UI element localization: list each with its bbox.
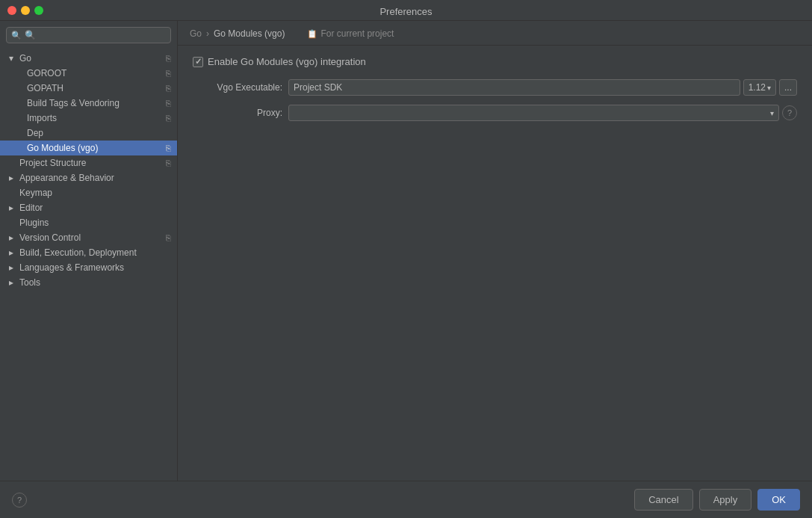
- minimize-button[interactable]: [21, 6, 30, 15]
- version-value: 1.12: [749, 82, 766, 93]
- vgo-executable-row: Vgo Executable: Project SDK 1.12 ...: [193, 79, 797, 96]
- search-input[interactable]: [25, 30, 166, 40]
- vgo-dots-button[interactable]: ...: [779, 79, 797, 96]
- content-header: Go › Go Modules (vgo) 📋 For current proj…: [178, 21, 812, 46]
- proxy-label: Proxy:: [193, 108, 282, 118]
- proxy-help-button[interactable]: ?: [782, 105, 797, 120]
- breadcrumb-current: Go Modules (vgo): [214, 28, 285, 39]
- breadcrumb-separator: ›: [206, 28, 209, 39]
- for-current-project: 📋 For current project: [307, 28, 394, 39]
- chevron-right-icon: [9, 173, 19, 183]
- title-bar: Preferences: [0, 0, 812, 21]
- sidebar-item-go[interactable]: Go ⎘: [0, 51, 177, 66]
- help-label: ?: [787, 108, 792, 117]
- chevron-down-icon: [770, 108, 774, 118]
- sidebar-item-tools-label: Tools: [19, 277, 40, 288]
- chevron-right-icon: [9, 262, 19, 273]
- content-body: Enable Go Modules (vgo) integration Vgo …: [178, 46, 812, 481]
- sidebar-item-build-tags[interactable]: Build Tags & Vendoring ⎘: [0, 96, 177, 111]
- copy-icon: ⎘: [166, 84, 171, 93]
- sidebar-item-languages-frameworks-label: Languages & Frameworks: [19, 262, 124, 273]
- proxy-field: ?: [288, 105, 797, 121]
- search-box[interactable]: 🔍: [6, 27, 171, 43]
- sidebar-item-gopath[interactable]: GOPATH ⎘: [0, 81, 177, 96]
- cancel-button[interactable]: Cancel: [634, 489, 692, 511]
- copy-icon: ⎘: [166, 99, 171, 108]
- search-icon: 🔍: [11, 31, 22, 40]
- chevron-right-icon: [9, 247, 19, 258]
- ok-button[interactable]: OK: [757, 489, 800, 511]
- sidebar-item-build-execution-label: Build, Execution, Deployment: [19, 247, 137, 258]
- apply-button[interactable]: Apply: [699, 489, 752, 511]
- vgo-executable-select[interactable]: Project SDK: [288, 79, 740, 96]
- sidebar-item-keymap[interactable]: Keymap: [0, 185, 177, 200]
- vgo-executable-value: Project SDK: [294, 82, 342, 93]
- sidebar-item-appearance-behavior[interactable]: Appearance & Behavior: [0, 170, 177, 185]
- chevron-down-icon: [9, 53, 19, 64]
- sidebar-item-version-control[interactable]: Version Control ⎘: [0, 230, 177, 245]
- sidebar-item-plugins[interactable]: Plugins: [0, 215, 177, 230]
- copy-icon: ⎘: [166, 233, 171, 242]
- sidebar-item-tools[interactable]: Tools: [0, 275, 177, 290]
- copy-icon: ⎘: [166, 144, 171, 152]
- chevron-right-icon: [9, 277, 19, 288]
- sidebar-item-imports-label: Imports: [27, 113, 57, 123]
- sidebar-item-plugins-label: Plugins: [19, 218, 49, 228]
- go-children: GOROOT ⎘ GOPATH ⎘ Build Tags & Vendoring…: [0, 66, 177, 155]
- sidebar-tree: Go ⎘ GOROOT ⎘ GOPATH ⎘ Build Tags & Vend…: [0, 49, 177, 481]
- maximize-button[interactable]: [34, 6, 43, 15]
- proxy-row: Proxy: ?: [193, 105, 797, 121]
- vgo-executable-field: Project SDK 1.12 ...: [288, 79, 797, 96]
- sidebar-item-project-structure-label: Project Structure: [19, 158, 86, 168]
- breadcrumb-parent: Go: [190, 28, 202, 39]
- copy-icon: ⎘: [166, 69, 171, 78]
- footer: ? Cancel Apply OK: [0, 481, 812, 518]
- sidebar: 🔍 Go ⎘ GOROOT ⎘ GOPATH ⎘ Build Ta: [0, 21, 178, 481]
- chevron-right-icon: [9, 232, 19, 243]
- enable-row: Enable Go Modules (vgo) integration: [193, 56, 797, 67]
- copy-icon: ⎘: [166, 114, 171, 123]
- dots-label: ...: [784, 82, 792, 93]
- sidebar-item-go-modules-label: Go Modules (vgo): [27, 143, 98, 153]
- sidebar-item-gopath-label: GOPATH: [27, 83, 63, 93]
- version-badge[interactable]: 1.12: [743, 79, 776, 96]
- main-layout: 🔍 Go ⎘ GOROOT ⎘ GOPATH ⎘ Build Ta: [0, 21, 812, 481]
- enable-checkbox[interactable]: [193, 57, 203, 67]
- sidebar-item-goroot-label: GOROOT: [27, 68, 66, 78]
- sidebar-item-imports[interactable]: Imports ⎘: [0, 111, 177, 126]
- sidebar-item-project-structure[interactable]: Project Structure ⎘: [0, 155, 177, 170]
- vgo-executable-label: Vgo Executable:: [193, 82, 282, 93]
- footer-left: ?: [12, 493, 27, 508]
- sidebar-item-keymap-label: Keymap: [19, 188, 52, 198]
- for-current-project-label: For current project: [320, 28, 394, 39]
- sidebar-item-build-execution[interactable]: Build, Execution, Deployment: [0, 245, 177, 260]
- copy-icon: ⎘: [166, 158, 171, 167]
- sidebar-item-go-label: Go: [19, 53, 31, 64]
- sidebar-item-version-control-label: Version Control: [19, 232, 81, 243]
- enable-label: Enable Go Modules (vgo) integration: [208, 56, 366, 67]
- sidebar-item-goroot[interactable]: GOROOT ⎘: [0, 66, 177, 81]
- copy-icon: ⎘: [166, 54, 171, 63]
- copy-icon: 📋: [307, 29, 317, 39]
- sidebar-item-editor-label: Editor: [19, 203, 43, 213]
- sidebar-item-dep[interactable]: Dep: [0, 126, 177, 141]
- chevron-down-icon: [767, 82, 771, 93]
- footer-help-button[interactable]: ?: [12, 493, 27, 508]
- chevron-right-icon: [9, 203, 19, 213]
- content-area: Go › Go Modules (vgo) 📋 For current proj…: [178, 21, 812, 481]
- footer-buttons: Cancel Apply OK: [634, 489, 800, 511]
- proxy-select[interactable]: [288, 105, 779, 121]
- sidebar-item-go-modules[interactable]: Go Modules (vgo) ⎘: [0, 141, 177, 155]
- window-title: Preferences: [379, 6, 432, 17]
- sidebar-item-build-tags-label: Build Tags & Vendoring: [27, 98, 120, 108]
- help-icon: ?: [17, 496, 22, 505]
- sidebar-item-languages-frameworks[interactable]: Languages & Frameworks: [0, 260, 177, 275]
- close-button[interactable]: [7, 6, 16, 15]
- traffic-lights: [7, 6, 43, 15]
- sidebar-item-dep-label: Dep: [27, 128, 43, 138]
- sidebar-item-appearance-behavior-label: Appearance & Behavior: [19, 173, 114, 183]
- sidebar-item-editor[interactable]: Editor: [0, 200, 177, 215]
